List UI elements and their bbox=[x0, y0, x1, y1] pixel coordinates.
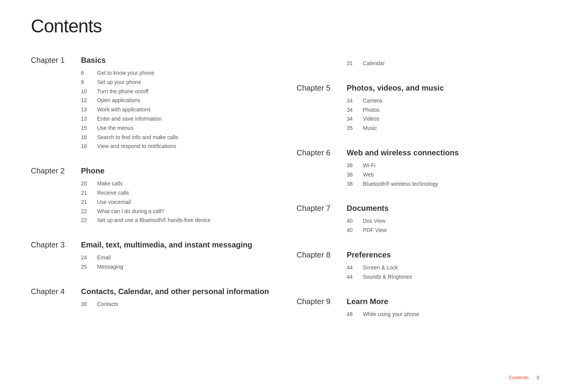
entry-text: Use the menus bbox=[97, 124, 133, 133]
entry-page: 21 bbox=[81, 198, 97, 207]
entry-page: 34 bbox=[347, 114, 363, 124]
entry-page: 16 bbox=[81, 133, 97, 142]
entry-text: Photos bbox=[363, 106, 380, 115]
chapter-header: Chapter 7Documents bbox=[297, 204, 540, 213]
chapter-label: Chapter 7 bbox=[297, 204, 335, 213]
entry-page: 44 bbox=[347, 263, 363, 273]
chapter-label: Chapter 1 bbox=[31, 56, 69, 65]
chapter-title: Email, text, multimedia, and instant mes… bbox=[81, 241, 252, 249]
entry-page: 25 bbox=[81, 262, 97, 272]
entry-text: Messaging bbox=[97, 262, 123, 272]
page-title: Contents bbox=[31, 15, 539, 37]
entry-text: Contacts bbox=[97, 300, 118, 309]
entry-page: 40 bbox=[347, 226, 363, 235]
entry-row: 25Messaging bbox=[81, 262, 274, 272]
entry-text: Get to know your phone bbox=[97, 69, 155, 78]
chapter-title: Phone bbox=[81, 167, 104, 175]
entry-page: 8 bbox=[81, 78, 97, 87]
entry-text: Open applications bbox=[97, 96, 140, 105]
chapter-label: Chapter 8 bbox=[297, 251, 335, 259]
chapter-title: Web and wireless connections bbox=[347, 148, 459, 157]
chapter-entries: 44Screen & Lock44Sounds & Ringtones bbox=[347, 263, 540, 282]
entry-row: 15Use the menus bbox=[81, 124, 274, 133]
right-column: 31CalendarChapter 5Photos, videos, and m… bbox=[297, 56, 540, 334]
chapter-label: Chapter 2 bbox=[31, 167, 69, 175]
entry-row: 13Work with applications bbox=[81, 105, 274, 114]
chapter-entries: 38Wi-Fi38Web38Bluetooth® wireless techno… bbox=[347, 161, 540, 188]
entry-text: Set up and use a Bluetooth® hands-free d… bbox=[97, 216, 210, 225]
entry-page: 13 bbox=[81, 114, 97, 124]
entry-page: 38 bbox=[347, 161, 363, 170]
left-column: Chapter 1Basics6Get to know your phone8S… bbox=[31, 56, 274, 334]
entry-row: 21Receive calls bbox=[81, 188, 274, 198]
chapter-entries: 48While using your phone bbox=[347, 310, 540, 319]
entry-page: 15 bbox=[81, 124, 97, 133]
entry-row: 31Calendar bbox=[347, 59, 540, 68]
entry-text: Use voicemail bbox=[97, 198, 131, 207]
footer-label: Contents bbox=[509, 375, 529, 380]
chapter-header: Chapter 8Preferences bbox=[297, 251, 540, 259]
entry-row: 22Set up and use a Bluetooth® hands-free… bbox=[81, 216, 274, 225]
entry-row: 13Enter and save information bbox=[81, 114, 274, 124]
entry-page: 12 bbox=[81, 96, 97, 105]
chapter-block: Chapter 4Contacts, Calendar, and other p… bbox=[31, 287, 274, 313]
entry-text: Web bbox=[363, 170, 374, 180]
chapter-block: Chapter 1Basics6Get to know your phone8S… bbox=[31, 56, 274, 155]
entry-text: Sounds & Ringtones bbox=[363, 273, 412, 282]
entry-row: 24Email bbox=[81, 253, 274, 262]
page-footer: Contents 3 bbox=[509, 375, 539, 380]
entry-page: 16 bbox=[81, 142, 97, 151]
toc-container: Chapter 1Basics6Get to know your phone8S… bbox=[31, 56, 539, 334]
chapter-header: Chapter 2Phone bbox=[31, 167, 274, 175]
chapter-title: Documents bbox=[347, 204, 389, 213]
chapter-title: Contacts, Calendar, and other personal i… bbox=[81, 287, 269, 296]
chapter-block: Chapter 5Photos, videos, and music34Came… bbox=[297, 84, 540, 137]
entry-row: 12Open applications bbox=[81, 96, 274, 105]
entry-row: 38Wi-Fi bbox=[347, 161, 540, 170]
entry-text: What can I do during a call? bbox=[97, 207, 164, 216]
chapter-block: 31Calendar bbox=[297, 56, 540, 72]
entry-page: 13 bbox=[81, 105, 97, 114]
entry-page: 48 bbox=[347, 310, 363, 319]
chapter-label: Chapter 5 bbox=[297, 84, 335, 93]
entry-row: 44Sounds & Ringtones bbox=[347, 273, 540, 282]
entry-row: 21Use voicemail bbox=[81, 198, 274, 207]
entry-text: PDF View bbox=[363, 226, 387, 235]
entry-row: 10Turn the phone on/off bbox=[81, 87, 274, 96]
entry-page: 6 bbox=[81, 69, 97, 78]
entry-row: 35Music bbox=[347, 124, 540, 133]
chapter-block: Chapter 9Learn More48While using your ph… bbox=[297, 297, 540, 323]
entry-page: 20 bbox=[81, 179, 97, 188]
entry-text: Set up your phone bbox=[97, 78, 141, 87]
entry-page: 34 bbox=[347, 96, 363, 106]
entry-page: 38 bbox=[347, 170, 363, 180]
entry-row: 40Doc View bbox=[347, 217, 540, 226]
entry-page: 38 bbox=[347, 180, 363, 189]
entry-page: 34 bbox=[347, 106, 363, 115]
chapter-header: Chapter 5Photos, videos, and music bbox=[297, 84, 540, 93]
entry-row: 34Photos bbox=[347, 106, 540, 115]
chapter-block: Chapter 8Preferences44Screen & Lock44Sou… bbox=[297, 251, 540, 286]
entry-row: 6Get to know your phone bbox=[81, 69, 274, 78]
entry-text: Receive calls bbox=[97, 188, 129, 198]
entry-page: 35 bbox=[347, 124, 363, 133]
chapter-block: Chapter 2Phone20Make calls21Receive call… bbox=[31, 167, 274, 229]
entry-text: View and respond to notifications bbox=[97, 142, 176, 151]
chapter-header: Chapter 4Contacts, Calendar, and other p… bbox=[31, 287, 274, 296]
entry-page: 21 bbox=[81, 188, 97, 198]
entry-row: 34Videos bbox=[347, 114, 540, 124]
entry-page: 10 bbox=[81, 87, 97, 96]
entry-text: Wi-Fi bbox=[363, 161, 376, 170]
entry-text: Music bbox=[363, 124, 377, 133]
entry-page: 24 bbox=[81, 253, 97, 262]
entry-row: 22What can I do during a call? bbox=[81, 207, 274, 216]
chapter-entries: 34Camera34Photos34Videos35Music bbox=[347, 96, 540, 133]
entry-text: Email bbox=[97, 253, 111, 262]
chapter-label: Chapter 9 bbox=[297, 297, 335, 306]
chapter-entries: 31Calendar bbox=[347, 59, 540, 68]
entry-text: Videos bbox=[363, 114, 380, 124]
entry-page: 22 bbox=[81, 207, 97, 216]
chapter-entries: 24Email25Messaging bbox=[81, 253, 274, 272]
chapter-label: Chapter 6 bbox=[297, 148, 335, 157]
entry-text: While using your phone bbox=[363, 310, 419, 319]
